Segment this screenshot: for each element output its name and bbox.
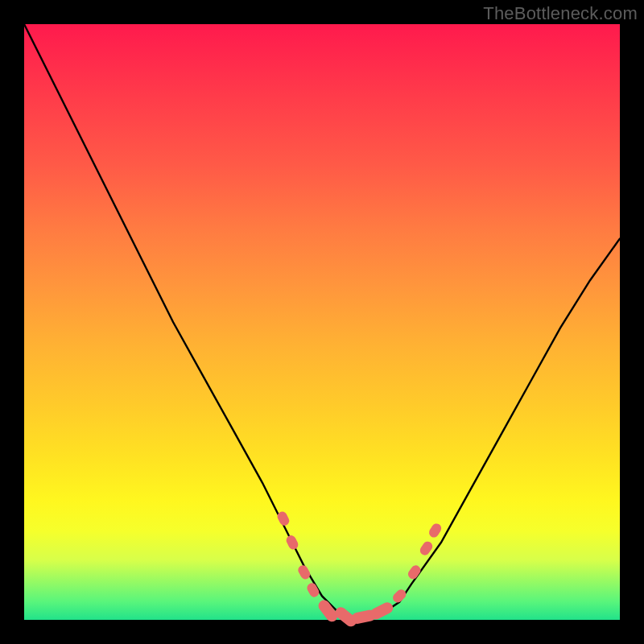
- curve-line: [24, 24, 620, 620]
- curve-marker: [407, 564, 423, 581]
- curve-marker: [285, 534, 300, 551]
- curve-marker: [427, 522, 444, 539]
- watermark-text: TheBottleneck.com: [483, 3, 638, 24]
- chart-frame: TheBottleneck.com: [0, 0, 644, 644]
- curve-marker: [296, 564, 312, 581]
- curve-marker: [391, 588, 408, 605]
- marker-group: [276, 510, 444, 629]
- chart-svg: [24, 24, 620, 620]
- curve-marker: [305, 581, 320, 599]
